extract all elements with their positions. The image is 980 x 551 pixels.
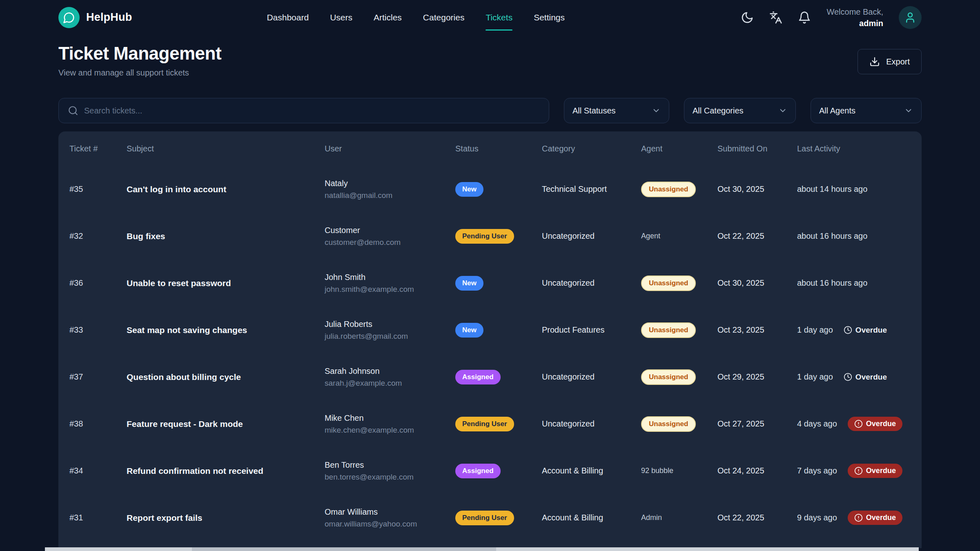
submitted-date: Oct 30, 2025	[717, 184, 797, 194]
user-email: julia.roberts@gmail.com	[325, 332, 455, 341]
status-cell: Pending User	[455, 229, 542, 244]
activity-text: about 14 hours ago	[797, 184, 867, 194]
submitted-date: Oct 27, 2025	[717, 419, 797, 429]
nav-item-users[interactable]: Users	[330, 0, 352, 35]
page-subtitle: View and manage all support tickets	[58, 68, 922, 78]
moon-icon[interactable]	[741, 11, 754, 24]
export-button-label: Export	[886, 57, 910, 67]
overdue-label: Overdue	[855, 373, 887, 382]
ticket-subject: Report export fails	[127, 513, 325, 523]
welcome-block: Welcome Back, admin	[826, 6, 883, 29]
column-header-activity: Last Activity	[797, 144, 911, 153]
nav-item-tickets[interactable]: Tickets	[486, 0, 512, 35]
agent-cell: Admin	[641, 513, 717, 522]
table-header-row: Ticket # Subject User Status Category Ag…	[58, 131, 922, 166]
column-header-ticket: Ticket #	[69, 144, 127, 153]
nav-item-categories[interactable]: Categories	[423, 0, 465, 35]
status-cell: Pending User	[455, 417, 542, 431]
overdue-label: Overdue	[866, 513, 896, 522]
agent-unassigned-badge: Unassigned	[641, 369, 696, 385]
ticket-id: #33	[69, 325, 127, 335]
overdue-label: Overdue	[855, 326, 887, 335]
filter-row: All Statuses All Categories All Agents	[58, 98, 922, 123]
translate-icon[interactable]	[769, 11, 782, 24]
user-cell: Mike Chen mike.chen@example.com	[325, 413, 455, 435]
column-header-subject: Subject	[127, 144, 325, 153]
agent-name: Admin	[641, 513, 662, 522]
agent-cell: Agent	[641, 232, 717, 240]
agent-name: Agent	[641, 232, 660, 240]
ticket-category: Uncategorized	[542, 231, 641, 241]
category-filter-dropdown[interactable]: All Categories	[684, 98, 796, 123]
user-cell: John Smith john.smith@example.com	[325, 273, 455, 294]
user-avatar[interactable]	[899, 6, 922, 29]
nav-item-dashboard[interactable]: Dashboard	[267, 0, 309, 35]
bell-icon[interactable]	[798, 11, 811, 24]
submitted-date: Oct 22, 2025	[717, 513, 797, 522]
ticket-category: Uncategorized	[542, 278, 641, 288]
user-icon	[904, 11, 916, 24]
page-title: Ticket Management	[58, 44, 922, 63]
category-filter-label: All Categories	[693, 106, 744, 116]
ticket-id: #38	[69, 419, 127, 429]
table-row[interactable]: #37 Question about billing cycle Sarah J…	[58, 353, 922, 400]
alert-icon	[854, 467, 863, 475]
submitted-date: Oct 22, 2025	[717, 231, 797, 241]
download-icon	[869, 56, 880, 67]
column-header-user: User	[325, 144, 455, 153]
column-header-submitted: Submitted On	[717, 144, 797, 153]
user-name: Ben Torres	[325, 460, 455, 470]
overdue-indicator: Overdue	[848, 464, 902, 478]
status-badge: Pending User	[455, 417, 514, 431]
nav-item-settings[interactable]: Settings	[534, 0, 565, 35]
activity-cell: about 16 hours ago	[797, 278, 911, 288]
activity-text: about 16 hours ago	[797, 278, 867, 288]
scrollbar-thumb[interactable]	[192, 547, 496, 551]
status-cell: Assigned	[455, 370, 542, 384]
brand-name: HelpHub	[86, 11, 132, 24]
status-badge: Pending User	[455, 229, 514, 244]
user-email: customer@demo.com	[325, 238, 455, 247]
submitted-date: Oct 29, 2025	[717, 372, 797, 382]
nav-item-articles[interactable]: Articles	[374, 0, 402, 35]
status-cell: New	[455, 182, 542, 197]
activity-cell: 1 day ago Overdue	[797, 372, 911, 382]
ticket-id: #35	[69, 184, 127, 194]
status-cell: Pending User	[455, 511, 542, 525]
user-cell: Sarah Johnson sarah.j@example.com	[325, 367, 455, 388]
table-row[interactable]: #38 Feature request - Dark mode Mike Che…	[58, 400, 922, 447]
activity-text: 4 days ago	[797, 419, 837, 429]
table-row[interactable]: #36 Unable to reset password John Smith …	[58, 260, 922, 307]
page-header: Ticket Management View and manage all su…	[0, 35, 980, 78]
ticket-category: Account & Billing	[542, 466, 641, 475]
status-badge: New	[455, 276, 483, 291]
clock-icon	[844, 373, 852, 381]
table-row[interactable]: #32 Bug fixes Customer customer@demo.com…	[58, 213, 922, 260]
horizontal-scrollbar[interactable]	[45, 547, 919, 551]
chevron-down-icon	[652, 106, 661, 115]
activity-cell: about 14 hours ago	[797, 184, 911, 194]
agent-cell: Unassigned	[641, 322, 717, 338]
user-cell: Julia Roberts julia.roberts@gmail.com	[325, 320, 455, 341]
table-row[interactable]: #33 Seat map not saving changes Julia Ro…	[58, 307, 922, 353]
overdue-label: Overdue	[866, 467, 896, 475]
agent-unassigned-badge: Unassigned	[641, 416, 696, 432]
ticket-category: Product Features	[542, 325, 641, 335]
activity-cell: 7 days ago Overdue	[797, 464, 911, 478]
search-input[interactable]	[84, 106, 540, 116]
column-header-category: Category	[542, 144, 641, 153]
status-badge: Assigned	[455, 370, 501, 384]
agent-filter-dropdown[interactable]: All Agents	[811, 98, 922, 123]
agent-cell: 92 bubble	[641, 467, 717, 475]
table-row[interactable]: #34 Refund confirmation not received Ben…	[58, 447, 922, 494]
overdue-indicator: Overdue	[844, 373, 887, 382]
export-button[interactable]: Export	[858, 49, 922, 74]
status-cell: New	[455, 323, 542, 338]
table-row[interactable]: #35 Can't log in into account Nataly nat…	[58, 166, 922, 213]
table-row[interactable]: #31 Report export fails Omar Williams om…	[58, 494, 922, 541]
user-cell: Customer customer@demo.com	[325, 226, 455, 247]
ticket-id: #34	[69, 466, 127, 475]
chat-bubble-icon	[63, 11, 75, 24]
status-filter-dropdown[interactable]: All Statuses	[564, 98, 669, 123]
ticket-category: Uncategorized	[542, 419, 641, 429]
